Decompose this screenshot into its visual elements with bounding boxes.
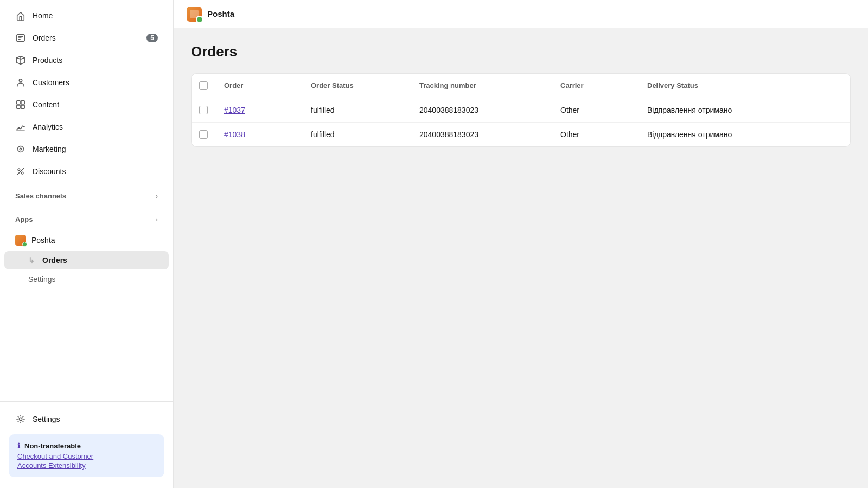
sidebar-item-analytics[interactable]: Analytics <box>4 116 169 138</box>
promo-box: ℹ Non-transferable Checkout and Customer… <box>9 434 164 477</box>
apps-chevron-icon: › <box>156 216 158 223</box>
svg-rect-4 <box>17 105 20 108</box>
row2-checkbox[interactable] <box>199 130 208 139</box>
home-icon <box>15 10 26 21</box>
sidebar-item-discounts-label: Discounts <box>33 167 66 176</box>
col-header-status: Order Status <box>302 74 411 98</box>
sidebar-item-poshta-orders-arrow: ↳ <box>28 256 35 265</box>
svg-point-9 <box>19 418 22 420</box>
analytics-icon <box>15 121 26 132</box>
sidebar-item-poshta[interactable]: Poshta <box>4 230 169 251</box>
settings-label: Settings <box>33 415 60 423</box>
svg-point-6 <box>20 148 22 150</box>
col-header-delivery: Delivery Status <box>639 74 850 98</box>
sales-channels-section[interactable]: Sales channels › <box>4 187 169 206</box>
sales-channels-label: Sales channels <box>15 192 66 200</box>
sidebar-item-poshta-label: Poshta <box>31 236 55 245</box>
col-header-carrier: Carrier <box>552 74 639 98</box>
apps-label: Apps <box>15 215 33 223</box>
apps-section[interactable]: Apps › <box>4 210 169 229</box>
header-checkbox-cell <box>192 74 215 98</box>
svg-point-7 <box>18 169 20 171</box>
row1-checkbox-cell <box>192 98 215 122</box>
sales-channels-chevron-icon: › <box>156 192 158 200</box>
orders-badge: 5 <box>146 34 158 42</box>
select-all-checkbox[interactable] <box>199 81 208 90</box>
sidebar-item-poshta-settings-label: Settings <box>28 275 56 284</box>
main-area: Poshta Orders Order Order Status Trackin… <box>174 0 868 488</box>
orders-icon <box>15 33 26 43</box>
col-header-tracking: Tracking number <box>411 74 552 98</box>
content-area: Orders Order Order Status Tracking numbe… <box>174 28 868 488</box>
row1-delivery: Відправлення отримано <box>639 98 850 122</box>
promo-title: ℹ Non-transferable <box>17 442 156 450</box>
sidebar-item-marketing[interactable]: Marketing <box>4 138 169 160</box>
row1-order[interactable]: #1037 <box>215 98 302 122</box>
col-header-order: Order <box>215 74 302 98</box>
sidebar-nav: Home Orders 5 Products <box>0 0 173 401</box>
apps-sub-nav: Poshta ↳ Orders Settings <box>0 230 173 288</box>
promo-link2[interactable]: Accounts Extensibility <box>17 461 156 470</box>
poshta-icon <box>15 235 26 246</box>
row2-checkbox-cell <box>192 123 215 146</box>
sidebar-item-settings[interactable]: Settings <box>4 408 169 430</box>
discounts-icon <box>15 166 26 177</box>
customers-icon <box>15 77 26 88</box>
sidebar-bottom: Settings ℹ Non-transferable Checkout and… <box>0 401 173 488</box>
row1-tracking: 20400388183023 <box>411 98 552 122</box>
row2-carrier: Other <box>552 123 639 146</box>
table-row: #1037 fulfilled 20400388183023 Other Від… <box>192 98 850 123</box>
row1-checkbox[interactable] <box>199 106 208 114</box>
sidebar-item-poshta-orders-label: Orders <box>42 256 67 265</box>
content-icon <box>15 99 26 110</box>
sidebar-item-customers[interactable]: Customers <box>4 72 169 93</box>
app-logo-inner <box>190 10 199 18</box>
orders-table: Order Order Status Tracking number Carri… <box>191 73 851 147</box>
row2-status: fulfilled <box>302 123 411 146</box>
table-row: #1038 fulfilled 20400388183023 Other Від… <box>192 123 850 146</box>
row2-delivery: Відправлення отримано <box>639 123 850 146</box>
app-logo <box>187 7 202 22</box>
row1-carrier: Other <box>552 98 639 122</box>
app-name: Poshta <box>207 9 234 18</box>
sidebar-item-customers-label: Customers <box>33 78 69 87</box>
products-icon <box>15 55 26 66</box>
sidebar-item-products-label: Products <box>33 56 62 65</box>
sidebar-item-discounts[interactable]: Discounts <box>4 160 169 182</box>
svg-rect-3 <box>21 101 24 104</box>
sidebar-item-analytics-label: Analytics <box>33 123 63 131</box>
promo-link1[interactable]: Checkout and Customer <box>17 452 156 460</box>
top-bar: Poshta <box>174 0 868 28</box>
sidebar-item-content-label: Content <box>33 100 59 109</box>
svg-point-8 <box>21 172 23 174</box>
row1-status: fulfilled <box>302 98 411 122</box>
table-header: Order Order Status Tracking number Carri… <box>192 74 850 98</box>
settings-icon <box>15 414 26 425</box>
svg-point-1 <box>19 79 22 82</box>
sidebar-item-orders-label: Orders <box>33 34 56 42</box>
svg-rect-2 <box>17 101 20 104</box>
sidebar-item-products[interactable]: Products <box>4 49 169 71</box>
sidebar-item-home[interactable]: Home <box>4 5 169 27</box>
sidebar: Home Orders 5 Products <box>0 0 174 488</box>
sidebar-item-home-label: Home <box>33 11 53 20</box>
sidebar-item-poshta-orders[interactable]: ↳ Orders <box>4 251 169 269</box>
svg-rect-5 <box>21 105 24 108</box>
sidebar-item-poshta-settings[interactable]: Settings <box>4 270 169 288</box>
row2-order[interactable]: #1038 <box>215 123 302 146</box>
promo-info-icon: ℹ <box>17 442 20 450</box>
marketing-icon <box>15 144 26 155</box>
row2-tracking: 20400388183023 <box>411 123 552 146</box>
sidebar-item-orders[interactable]: Orders 5 <box>4 27 169 49</box>
page-title: Orders <box>191 43 851 60</box>
sidebar-item-marketing-label: Marketing <box>33 145 66 153</box>
sidebar-item-content[interactable]: Content <box>4 94 169 115</box>
